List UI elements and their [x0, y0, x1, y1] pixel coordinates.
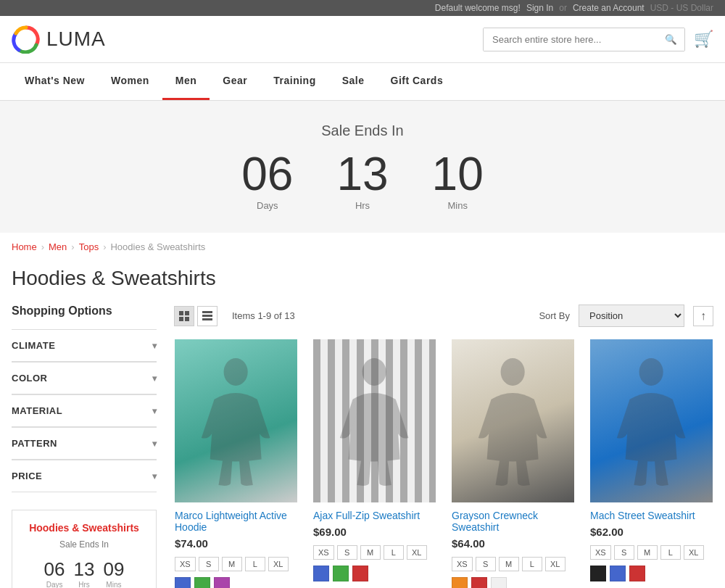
nav-men[interactable]: Men [162, 63, 210, 100]
countdown-days-label: Days [241, 200, 293, 211]
product-name[interactable]: Mach Street Sweatshirt [590, 510, 713, 521]
product-name[interactable]: Marco Lightweight Active Hoodie [175, 510, 297, 533]
size-swatch[interactable]: M [637, 545, 658, 560]
logo-link[interactable]: LUMA [12, 25, 106, 54]
product-card: Ajax Full-Zip Sweatshirt $69.00 XSSMLXL [312, 339, 436, 588]
size-swatch[interactable]: XS [452, 557, 473, 571]
size-swatch[interactable]: XL [268, 557, 289, 571]
site-header: LUMA 🔍 🛒 [0, 16, 725, 63]
search-box: 🔍 [483, 28, 685, 51]
sidebar-promo-subtitle: Sale Ends In [24, 539, 144, 550]
color-swatch[interactable] [194, 577, 210, 588]
product-silhouette [193, 347, 278, 494]
breadcrumb-men[interactable]: Men [49, 241, 67, 252]
size-swatch[interactable]: XL [545, 557, 566, 571]
filter-climate-label: CLIMATE [12, 340, 55, 351]
search-button[interactable]: 🔍 [658, 28, 684, 51]
size-swatch[interactable]: L [384, 545, 404, 560]
product-grid: Marco Lightweight Active Hoodie $74.00 X… [174, 339, 713, 588]
color-swatch[interactable] [491, 577, 507, 588]
size-swatch[interactable]: S [199, 557, 219, 571]
size-swatch[interactable]: L [522, 557, 542, 571]
countdown-mins: 10 Mins [432, 151, 484, 211]
filter-price-header[interactable]: PRICE ▾ [12, 460, 157, 492]
sidebar-promo: Hoodies & Sweatshirts Sale Ends In 06 Da… [12, 510, 157, 588]
size-swatch[interactable]: M [222, 557, 242, 571]
filter-material-header[interactable]: MATERIAL ▾ [12, 395, 157, 427]
color-swatch[interactable] [214, 577, 230, 588]
sidebar-countdown-days: 06 Days [44, 558, 65, 588]
product-price: $69.00 [313, 526, 436, 538]
grid-view-button[interactable] [174, 306, 194, 326]
color-swatch[interactable] [629, 566, 645, 581]
filter-climate-header[interactable]: CLIMATE ▾ [12, 330, 157, 362]
color-swatch[interactable] [333, 566, 349, 581]
color-swatch[interactable] [352, 566, 368, 581]
color-swatch[interactable] [175, 577, 191, 588]
nav-sale[interactable]: Sale [329, 63, 378, 100]
color-swatches [313, 566, 436, 581]
nav-gift-cards[interactable]: Gift Cards [378, 63, 457, 100]
banner-title: Sale Ends In [14, 123, 710, 139]
main-nav: What's New Women Men Gear Training Sale … [0, 63, 725, 101]
size-swatch[interactable]: M [360, 545, 381, 560]
sidebar-countdown-days-num: 06 [44, 558, 65, 581]
list-view-button[interactable] [197, 306, 218, 326]
color-swatch[interactable] [590, 566, 606, 581]
size-swatch[interactable]: XS [175, 557, 196, 571]
sidebar-countdown-hrs-lbl: Hrs [74, 581, 95, 588]
size-swatch[interactable]: L [245, 557, 265, 571]
color-swatch[interactable] [471, 577, 487, 588]
size-swatch[interactable]: XS [313, 545, 334, 560]
size-swatch[interactable]: XL [684, 545, 704, 560]
sort-direction-button[interactable]: ↑ [693, 306, 713, 326]
sort-select[interactable]: Position Product Name Price [579, 305, 684, 327]
toolbar: Items 1-9 of 13 Sort By Position Product… [174, 305, 713, 327]
svg-rect-3 [179, 317, 183, 321]
size-swatch[interactable]: M [499, 557, 519, 571]
filter-pattern-header[interactable]: PATTERN ▾ [12, 428, 157, 460]
product-name[interactable]: Grayson Crewneck Sweatshirt [452, 510, 574, 533]
nav-whats-new[interactable]: What's New [12, 63, 98, 100]
product-image [590, 339, 713, 502]
size-swatch[interactable]: S [337, 545, 357, 560]
items-count: Items 1-9 of 13 [232, 310, 530, 321]
currency-selector[interactable]: USD - US Dollar [650, 3, 713, 13]
create-account-link[interactable]: Create an Account [573, 3, 645, 13]
size-swatch[interactable]: XS [590, 545, 611, 560]
product-price: $74.00 [175, 537, 297, 550]
top-bar: Default welcome msg! Sign In or Create a… [0, 0, 725, 16]
breadcrumb-home[interactable]: Home [12, 241, 37, 252]
size-swatch[interactable]: S [614, 545, 634, 560]
sidebar-countdown-hrs-num: 13 [74, 558, 95, 581]
size-swatch[interactable]: S [476, 557, 496, 571]
logo-text: LUMA [46, 28, 106, 51]
cart-icon[interactable]: 🛒 [694, 30, 713, 49]
color-swatch[interactable] [610, 566, 626, 581]
countdown-mins-number: 10 [432, 151, 484, 197]
countdown: 06 Days 13 Hrs 10 Mins [14, 151, 710, 211]
nav-training[interactable]: Training [260, 63, 328, 100]
size-swatch[interactable]: L [660, 545, 681, 560]
product-image [175, 339, 297, 502]
color-swatch[interactable] [452, 577, 468, 588]
filter-climate: CLIMATE ▾ [12, 329, 157, 362]
sidebar: Shopping Options CLIMATE ▾ COLOR ▾ MATER… [12, 305, 157, 588]
sign-in-link[interactable]: Sign In [526, 3, 553, 13]
main-content: Shopping Options CLIMATE ▾ COLOR ▾ MATER… [0, 305, 725, 588]
nav-gear[interactable]: Gear [210, 63, 260, 100]
breadcrumb: Home › Men › Tops › Hoodies & Sweatshirt… [0, 233, 725, 261]
view-toggle [174, 306, 218, 326]
color-swatch[interactable] [313, 566, 329, 581]
sale-banner: Sale Ends In 06 Days 13 Hrs 10 Mins [0, 101, 725, 233]
breadcrumb-tops[interactable]: Tops [79, 241, 99, 252]
countdown-days: 06 Days [241, 151, 293, 211]
search-input[interactable] [484, 28, 658, 51]
size-swatch[interactable]: XL [407, 545, 427, 560]
filter-color-header[interactable]: COLOR ▾ [12, 363, 157, 394]
nav-women[interactable]: Women [98, 63, 162, 100]
product-silhouette [470, 347, 555, 494]
sort-label: Sort By [539, 310, 570, 321]
product-name[interactable]: Ajax Full-Zip Sweatshirt [313, 510, 436, 521]
svg-rect-7 [202, 318, 212, 320]
